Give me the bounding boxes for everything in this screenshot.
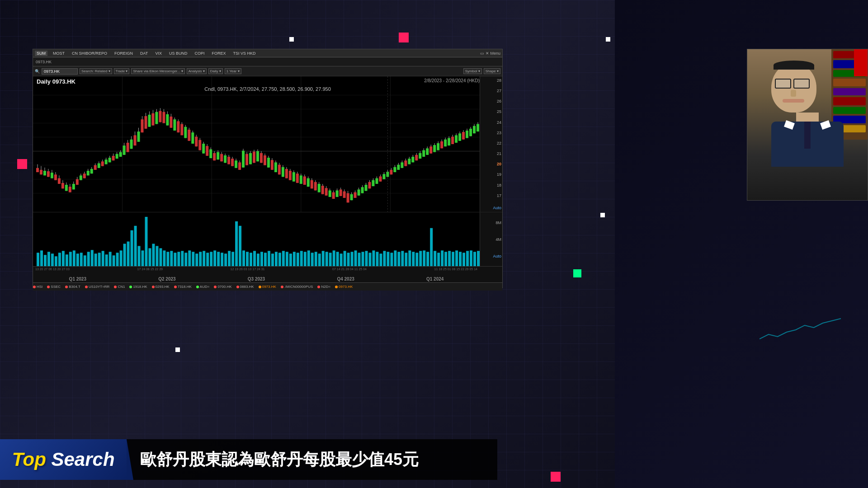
svg-rect-247: [458, 133, 461, 141]
decorative-dot-5: [573, 269, 581, 277]
decorative-dot-8: [551, 472, 561, 482]
top-search-label: Top Search: [0, 439, 127, 480]
news-banner: Top Search 歐舒丹股東認為歐舒丹每股最少值45元: [0, 439, 497, 480]
svg-rect-269: [73, 250, 75, 266]
svg-rect-280: [113, 255, 115, 266]
1year-btn[interactable]: 1 Year ▾: [225, 68, 241, 74]
search-related-btn[interactable]: Search: Related ▾: [80, 68, 112, 74]
svg-rect-217: [404, 160, 407, 166]
svg-rect-149: [282, 167, 284, 177]
svg-rect-249: [462, 132, 465, 140]
svg-rect-43: [90, 169, 93, 174]
chart-tab-bar[interactable]: SUM MOST CN SHIBOR/REPO FOREIGN DAT VIX …: [33, 49, 502, 57]
svg-rect-141: [267, 158, 270, 168]
svg-rect-262: [47, 252, 50, 266]
svg-rect-241: [448, 138, 450, 146]
svg-rect-85: [166, 114, 169, 126]
tab-sum[interactable]: SUM: [35, 51, 47, 56]
svg-rect-318: [250, 253, 252, 266]
chart-action-bar: 🔍 Search: Related ▾ Trade ▾ Share via Ei…: [33, 66, 502, 76]
svg-rect-268: [69, 252, 72, 266]
quarter-q1-2023: Q1 2023: [69, 277, 86, 282]
svg-rect-151: [285, 169, 288, 178]
price-level-20: 20: [481, 162, 501, 166]
svg-rect-304: [199, 252, 202, 266]
tab-cn-shibor[interactable]: CN SHIBOR/REPO: [70, 51, 109, 56]
tab-vix[interactable]: VIX: [153, 51, 164, 56]
svg-rect-119: [227, 157, 230, 164]
svg-rect-237: [440, 141, 443, 149]
svg-rect-71: [141, 119, 144, 132]
tab-most[interactable]: MOST: [51, 51, 66, 56]
svg-rect-316: [242, 250, 245, 266]
svg-rect-348: [358, 253, 361, 266]
candlestick-chart[interactable]: [33, 76, 480, 212]
svg-rect-281: [116, 253, 119, 266]
svg-rect-335: [311, 253, 314, 266]
ticker-b304-dot: [65, 286, 68, 288]
ticker-imicn-dot: [281, 286, 283, 288]
svg-rect-311: [224, 253, 227, 266]
tab-us-bund[interactable]: US BUND: [167, 51, 189, 56]
time-axis: Q1 2023 Q2 2023 Q3 2023 Q4 2023 Q1 2024 …: [33, 266, 502, 282]
chart-window: SUM MOST CN SHIBOR/REPO FOREIGN DAT VIX …: [33, 49, 503, 288]
tab-tsi-vs-hkd[interactable]: TSI VS HKD: [231, 51, 257, 56]
window-controls[interactable]: ▭ ✕ Menu: [480, 51, 500, 56]
daily-btn[interactable]: Daily ▾: [208, 68, 223, 74]
price-level-17: 17: [481, 193, 501, 198]
symbol-btn[interactable]: Symbol ▾: [463, 68, 482, 74]
svg-rect-233: [433, 145, 436, 152]
svg-rect-187: [350, 194, 353, 200]
tab-copi[interactable]: COPI: [193, 51, 206, 56]
shape-btn[interactable]: Shape ▾: [484, 68, 500, 74]
trade-btn[interactable]: Trade ▾: [114, 68, 130, 74]
svg-rect-309: [217, 252, 220, 266]
svg-rect-123: [235, 160, 237, 168]
svg-rect-367: [426, 252, 429, 266]
svg-rect-345: [347, 253, 350, 266]
svg-rect-354: [379, 253, 382, 266]
svg-rect-340: [329, 253, 332, 266]
svg-rect-373: [448, 251, 451, 266]
svg-rect-360: [401, 251, 404, 266]
price-level-21: 21: [481, 151, 501, 156]
svg-rect-328: [286, 252, 288, 266]
symbol-input[interactable]: [42, 68, 78, 75]
svg-rect-105: [202, 144, 205, 154]
svg-rect-310: [221, 253, 223, 266]
search-text: Search: [46, 450, 115, 469]
ticker-hsi: HSI: [33, 285, 42, 289]
svg-rect-179: [336, 190, 339, 197]
svg-rect-173: [325, 188, 328, 196]
svg-rect-143: [271, 160, 274, 170]
tab-dat[interactable]: DAT: [138, 51, 150, 56]
svg-rect-69: [137, 131, 140, 142]
svg-rect-215: [401, 162, 403, 168]
svg-rect-113: [217, 152, 219, 160]
ticker-imicn: .IMICN00000PUS: [281, 285, 313, 289]
svg-rect-139: [264, 155, 266, 165]
chart-price-area[interactable]: Daily 0973.HK 2/8/2023 - 2/28/2024 (HKD)…: [33, 76, 502, 212]
svg-rect-145: [274, 162, 277, 172]
share-btn[interactable]: Share via Eikon Messenger... ▾: [131, 68, 184, 74]
svg-rect-272: [84, 255, 86, 266]
analysis-btn[interactable]: Analysis ▾: [187, 68, 207, 74]
ticker-n2d-dot: [317, 286, 320, 288]
hair: [774, 61, 814, 70]
tab-foreign[interactable]: FOREIGN: [113, 51, 135, 56]
chart-title: Daily 0973.HK: [37, 78, 75, 85]
volume-chart: [33, 212, 480, 266]
collar-left: [784, 120, 795, 130]
red-bg-element: [854, 49, 868, 76]
ticker-us10y: US10YT=RR: [85, 285, 109, 289]
svg-rect-353: [376, 252, 378, 266]
svg-rect-91: [177, 121, 179, 132]
svg-rect-251: [466, 131, 468, 138]
svg-rect-169: [318, 184, 321, 192]
tab-forex[interactable]: FOREX: [210, 51, 227, 56]
svg-rect-245: [455, 135, 458, 143]
svg-rect-61: [123, 145, 126, 155]
svg-rect-321: [260, 252, 263, 266]
svg-rect-319: [253, 251, 256, 266]
svg-rect-295: [166, 252, 169, 266]
